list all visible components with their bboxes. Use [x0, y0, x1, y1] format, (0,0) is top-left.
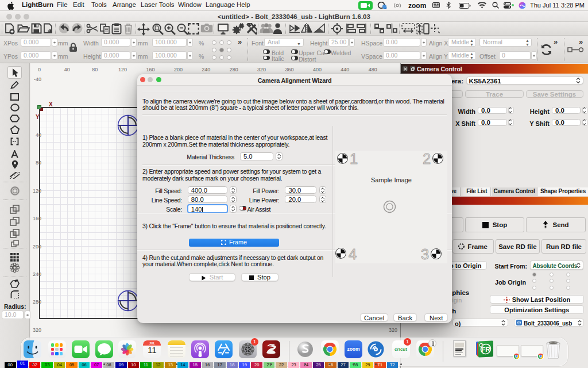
svg-text:1: 1: [350, 152, 358, 167]
svg-text:4: 4: [349, 247, 357, 262]
svg-text:3: 3: [421, 247, 429, 262]
svg-text:2: 2: [423, 152, 431, 167]
svg-text:1: 1: [480, 343, 482, 347]
